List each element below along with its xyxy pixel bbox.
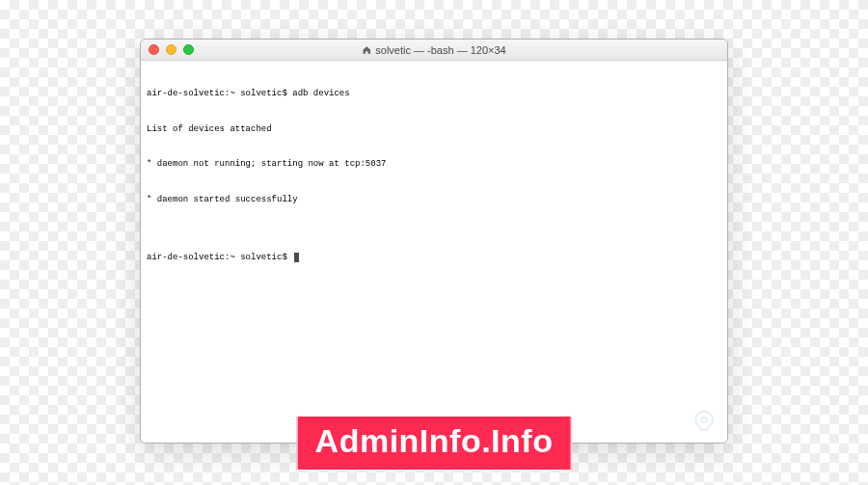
prompt-text: air-de-solvetic:~ solvetic$ [147,253,292,262]
terminal-window: solvetic — -bash — 120×34 air-de-solveti… [140,39,728,444]
minimize-button[interactable] [166,44,176,55]
traffic-lights [149,44,194,55]
terminal-content[interactable]: air-de-solvetic:~ solvetic$ adb devices … [141,61,727,443]
terminal-prompt-line: air-de-solvetic:~ solvetic$ [147,252,721,263]
home-icon [362,45,371,55]
terminal-line: * daemon not running; starting now at tc… [147,158,721,170]
svg-point-0 [701,418,706,422]
cursor [294,253,299,262]
watermark-text: AdminInfo.Info [315,422,554,459]
brand-logo-icon [691,408,718,435]
close-button[interactable] [149,44,159,55]
window-title: solvetic — -bash — 120×34 [362,44,505,56]
terminal-line: air-de-solvetic:~ solvetic$ adb devices [147,88,721,99]
terminal-line: List of devices attached [147,123,721,135]
window-title-text: solvetic — -bash — 120×34 [375,44,505,56]
maximize-button[interactable] [183,44,194,55]
title-bar[interactable]: solvetic — -bash — 120×34 [141,40,727,61]
watermark-banner: AdminInfo.Info [297,416,572,471]
terminal-line: * daemon started successfully [147,194,721,205]
